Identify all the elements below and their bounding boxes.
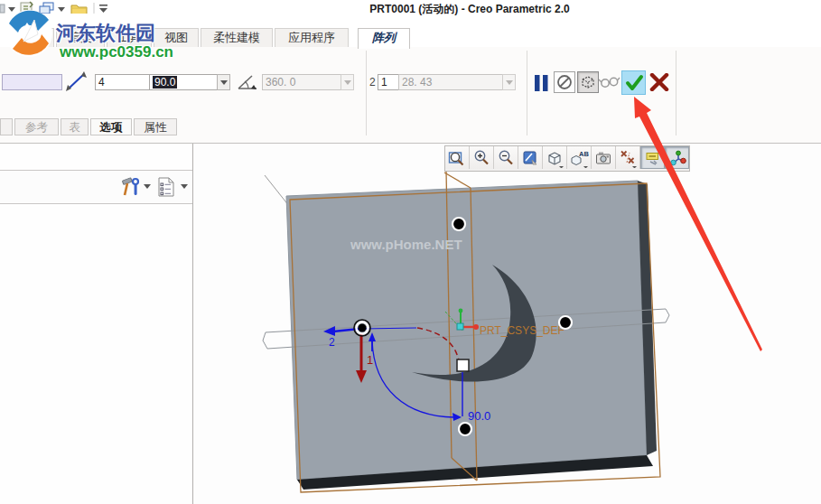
chevron-down-icon [344, 80, 351, 85]
in-graphics-toolbar: AB [444, 145, 690, 172]
dashboard-tab-references[interactable]: 参考 [14, 118, 59, 135]
refit-button[interactable] [445, 146, 470, 169]
named-views-icon: AB [569, 148, 589, 168]
group-separator [676, 51, 676, 135]
no-preview-button[interactable] [554, 71, 575, 93]
svg-text:AB: AB [579, 150, 589, 158]
creo-window: PRT0001 (活动的) - Creo Parametric 2.0 注释 渲… [0, 0, 821, 504]
group-separator [527, 51, 527, 135]
site-logo-icon [4, 7, 54, 60]
flip-direction-icon[interactable] [65, 71, 89, 91]
named-views-button[interactable]: AB [567, 146, 592, 169]
site-url: www.pc0359.cn [60, 43, 173, 61]
tree-tools-icon[interactable] [121, 176, 141, 198]
angular-extent-dropdown[interactable] [341, 74, 354, 90]
selected-text: 90.0 [153, 76, 177, 89]
site-watermark: 河东软件园 www.pc0359.cn [4, 7, 54, 63]
dir1-count-input[interactable]: 4 [95, 74, 150, 90]
cancel-x-icon[interactable] [649, 73, 669, 91]
zoom-in-button[interactable] [470, 146, 494, 169]
chevron-down-icon[interactable] [144, 184, 151, 189]
display-style-button[interactable] [543, 146, 567, 169]
datum-display-icon [618, 148, 638, 168]
accept-check-icon [624, 73, 644, 93]
no-preview-icon [556, 74, 573, 90]
toolbar-overflow-icon[interactable] [99, 5, 107, 13]
selection-collector-input[interactable] [2, 74, 62, 90]
zoom-out-icon [496, 148, 516, 168]
tree-filter-list-icon[interactable] [157, 176, 175, 198]
graphics-area[interactable]: www.pHome.NET PRT_CSYS_DEF 2 [193, 144, 821, 504]
group-separator [366, 51, 367, 135]
dashboard-tab-properties[interactable]: 属性 [134, 118, 177, 135]
refit-icon [447, 148, 467, 168]
pattern-leader-point[interactable] [354, 320, 370, 336]
view-manager-button[interactable] [592, 146, 616, 169]
spin-center-button[interactable] [665, 146, 689, 169]
datum-display-button[interactable] [616, 146, 640, 169]
dashboard-tab-options[interactable]: 选项 [90, 118, 132, 135]
annotation-display-icon [643, 148, 663, 168]
angle-measure-icon[interactable] [236, 72, 259, 91]
preview-icon [580, 74, 596, 90]
repaint-icon [520, 148, 540, 168]
view-manager-icon [593, 148, 613, 168]
glasses-icon[interactable] [599, 76, 620, 89]
dir2-spacing-input[interactable]: 28. 43 [398, 74, 506, 90]
chevron-down-icon [506, 80, 513, 85]
zoom-in-icon [471, 148, 491, 168]
display-style-icon [545, 148, 564, 168]
pattern-dashboard: 4 90.0 360. 0 2 1 28. 43 [0, 47, 821, 144]
dropdown-arrow-icon[interactable] [58, 7, 65, 12]
window-title: PRT0001 (活动的) - Creo Parametric 2.0 [271, 2, 668, 17]
dir2-label: 2 [369, 76, 376, 89]
viewport-watermark: www.pHome.NET [350, 237, 462, 252]
direction1-tag: 1 [367, 353, 373, 367]
open-folder-icon[interactable] [71, 5, 87, 14]
title-bar: PRT0001 (活动的) - Creo Parametric 2.0 [0, 0, 821, 16]
chevron-down-icon[interactable] [181, 184, 188, 189]
ribbon-tab-flexible-modeling[interactable]: 柔性建模 [201, 28, 273, 47]
accept-button[interactable] [621, 70, 646, 95]
dir2-spacing-dropdown[interactable] [502, 74, 516, 90]
angle-dimension-value[interactable]: 90.0 [468, 409, 490, 423]
ribbon-tab-applications[interactable]: 应用程序 [275, 28, 349, 47]
chevron-down-icon [220, 80, 228, 85]
dir2-count-input[interactable]: 1 [378, 74, 400, 90]
model-tree-header [0, 170, 192, 204]
ribbon-tab-pattern[interactable]: 阵列 [358, 28, 410, 49]
dashboard-tab-table[interactable]: 表 [61, 118, 89, 135]
3d-scene: www.pHome.NET PRT_CSYS_DEF 2 [193, 144, 821, 504]
csys-label: PRT_CSYS_DEF [480, 324, 564, 337]
dir1-angle-dropdown[interactable] [217, 74, 230, 90]
preview-button[interactable] [577, 71, 599, 93]
spin-center-icon [667, 148, 687, 168]
dir1-angle-input[interactable]: 90.0 [149, 74, 220, 90]
repaint-button[interactable] [518, 146, 543, 169]
angular-extent-input[interactable]: 360. 0 [262, 74, 344, 90]
pause-icon[interactable] [532, 74, 552, 92]
direction2-tag: 2 [329, 336, 335, 349]
dashboard-tab-partial[interactable] [0, 118, 13, 135]
zoom-out-button[interactable] [494, 146, 518, 169]
drag-handle[interactable] [457, 359, 469, 371]
annotation-display-button[interactable] [640, 146, 665, 169]
